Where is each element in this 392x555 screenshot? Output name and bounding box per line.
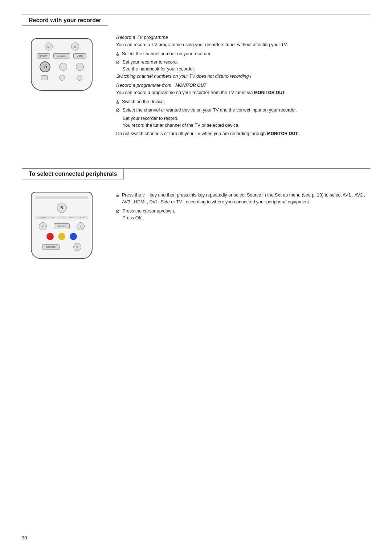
remote2-bottom-row: BROWSE b	[35, 243, 88, 251]
section2-title: To select connected peripherals	[22, 169, 124, 179]
source-sat: SAT	[52, 216, 56, 219]
subsection1-bullet2-text: Set your recorder to record.See the hand…	[122, 59, 195, 73]
remote2-b-btn: B	[57, 203, 67, 213]
source-dvdr: DVD/R	[40, 216, 46, 219]
remote-big-btn-row: ⏻	[35, 61, 88, 72]
section2-bullet2: Ø Press the cursor up/down.Press OK .	[116, 208, 370, 222]
section1-remote-area: U G ON·OFF Ambilight MODE ⏻	[22, 35, 102, 139]
remote-onoff-btn: ON·OFF	[37, 53, 50, 58]
bullet-sym-2: Ø	[116, 59, 119, 73]
remote-ambilight-btn: Ambilight	[53, 53, 70, 58]
section1-header: Record with your recorder	[22, 15, 370, 26]
section-peripherals: To select connected peripherals B DVD/R …	[22, 168, 370, 259]
subsection1-bullet1-text: Select the channel number on your record…	[122, 50, 212, 57]
section2-header: To select connected peripherals	[22, 168, 370, 179]
remote2-back-btn: b	[73, 243, 81, 251]
section2-bullet1: & Press the v key and then press this ke…	[116, 192, 370, 206]
remote-mode-btn: MODE	[73, 53, 86, 58]
subsection1-highlight: Switching channel numbers on your TV doe…	[116, 74, 370, 79]
remote-control-1: U G ON·OFF Ambilight MODE ⏻	[31, 38, 93, 91]
page-number: 30	[22, 535, 27, 540]
section2-bullet2-sub: Press OK .	[122, 215, 144, 220]
monitor-out-label2: MONITOR OUT	[254, 90, 285, 95]
section2-bullet2-text: Press the cursor up/down.Press OK .	[122, 208, 175, 222]
subsection1-bullet2: Ø Set your recorder to record.See the ha…	[116, 59, 370, 73]
remote-sq1	[41, 75, 48, 80]
subsection2-body: You can record a programme on your recor…	[116, 89, 370, 96]
section1-title: Record with your recorder	[22, 15, 108, 26]
subsection1-body: You can record a TV programme using your…	[116, 41, 370, 48]
subsection1-bullet2-sub: See the handbook for your recorder.	[122, 66, 195, 72]
monitor-out-label1: MONITOR OUT	[175, 83, 206, 88]
color-btn-red	[46, 233, 54, 240]
remote-nav-center	[59, 75, 65, 81]
monitor-out-label3: MONITOR OUT	[267, 131, 298, 136]
section2-remote-area: B DVD/R SAT TV VCR AUX v SELECT K	[22, 188, 102, 259]
remote2-ctrl-row: v SELECT K	[35, 222, 88, 230]
bullet2-sym-1: &	[116, 192, 119, 206]
subsection2-bullet2-text: Select the channel or wanted device on y…	[122, 107, 297, 114]
bullet-sym-4: Ø	[116, 107, 119, 114]
remote2-top-bar	[35, 196, 88, 199]
source-tv: TV	[61, 216, 64, 219]
remote-btn-c1	[59, 63, 67, 71]
remote-power-btn: ⏻	[40, 61, 50, 72]
section2-bullet1-text: Press the v key and then press this key …	[122, 192, 370, 206]
bullet-sym-1: &	[116, 51, 119, 57]
source-vcr: VCR	[69, 216, 74, 219]
remote2-v-btn: v	[39, 222, 47, 230]
section2-content: & Press the v key and then press this ke…	[116, 188, 370, 259]
bullet2-sym-2: Ø	[116, 208, 119, 222]
remote-btn-u: U	[45, 42, 53, 50]
color-btn-yellow	[58, 233, 65, 240]
subsection2-bullet2: Ø Select the channel or wanted device on…	[116, 107, 370, 114]
remote2-browse-btn: BROWSE	[42, 244, 60, 250]
remote2-source-row: DVD/R SAT TV VCR AUX	[35, 216, 88, 219]
section2-body: B DVD/R SAT TV VCR AUX v SELECT K	[22, 188, 370, 259]
remote2-b-row: B	[35, 203, 88, 213]
color-btn-blue	[70, 233, 77, 240]
remote-btn-c2	[76, 63, 84, 71]
subsection2-bullet1: & Switch on the device.	[116, 98, 370, 105]
remote-btn-g: G	[71, 42, 79, 50]
subsection1-heading: Record a TV programme	[116, 35, 370, 40]
source-aux: AUX	[79, 216, 84, 219]
remote2-select-btn: SELECT	[54, 223, 70, 229]
section1-body: U G ON·OFF Ambilight MODE ⏻	[22, 35, 370, 139]
subsection2-heading: Record a programme from MONITOR OUT	[116, 82, 370, 88]
bullet-sym-3: &	[116, 99, 119, 105]
subsection2-after1: Set your recorder to record.You record t…	[123, 115, 370, 129]
remote-nav-row	[35, 75, 88, 81]
remote-nav-c3	[77, 75, 82, 81]
remote2-k-btn: K	[77, 222, 85, 230]
section1-content: Record a TV programme You can record a T…	[116, 35, 370, 139]
remote-mode-row: ON·OFF Ambilight MODE	[35, 53, 88, 58]
remote2-colors-row	[35, 233, 88, 240]
remote-control-2: B DVD/R SAT TV VCR AUX v SELECT K	[31, 192, 93, 259]
subsection1-bullet1: & Select the channel number on your reco…	[116, 50, 370, 57]
remote-top-buttons: U G	[35, 42, 88, 50]
subsection2-after3: Do not switch channels or turn off your …	[116, 130, 370, 137]
subsection2-bullet1-text: Switch on the device.	[122, 98, 165, 105]
section-record-recorder: Record with your recorder U G ON·OFF Amb…	[22, 15, 370, 139]
